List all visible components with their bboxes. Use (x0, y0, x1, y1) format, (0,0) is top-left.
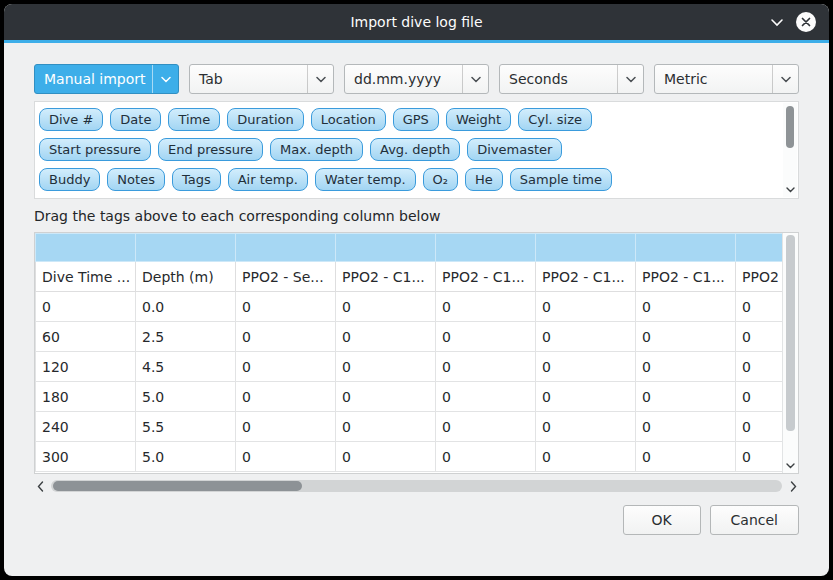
field-separator-combo[interactable]: Tab (189, 64, 334, 94)
field-tag[interactable]: Date (110, 108, 161, 131)
field-tag[interactable]: O₂ (423, 168, 458, 191)
table-cell: 0 (536, 322, 636, 352)
hscroll-track[interactable] (51, 480, 782, 492)
combo-label: Manual import (35, 71, 152, 87)
chevron-down-icon[interactable] (769, 14, 785, 30)
column-drop-target[interactable] (736, 234, 783, 262)
table-cell: 0 (236, 442, 336, 472)
field-tag[interactable]: End pressure (158, 138, 263, 161)
column-drop-target[interactable] (436, 234, 536, 262)
duration-units-combo[interactable]: Seconds (499, 64, 644, 94)
field-tag[interactable]: Notes (107, 168, 165, 191)
tag-row: Sample depthSample temperatureSample pO₂… (39, 198, 774, 199)
titlebar-accent (4, 40, 829, 43)
table-row: 2405.5000000 (36, 412, 783, 442)
table-horizontal-scrollbar[interactable] (34, 478, 799, 494)
import-preview-table-area: Dive Time ...Depth (m)PPO2 - Se...PPO2 -… (34, 232, 799, 474)
field-tag[interactable]: Weight (446, 108, 511, 131)
import-dialog: Import dive log file Manual import Tab (4, 4, 829, 576)
table-cell: 0 (236, 352, 336, 382)
table-scrollbar-thumb[interactable] (786, 235, 795, 431)
table-cell: 0 (636, 322, 736, 352)
table-cell: 0 (236, 382, 336, 412)
field-tag[interactable]: Air temp. (228, 168, 308, 191)
field-tag[interactable]: Start pressure (39, 138, 151, 161)
field-tag[interactable]: Duration (227, 108, 303, 131)
scroll-right-icon[interactable] (787, 479, 799, 493)
table-vertical-scrollbar[interactable] (782, 233, 798, 473)
close-icon[interactable] (796, 12, 816, 32)
field-tag[interactable]: Sample CNS (422, 198, 522, 199)
field-tag[interactable]: Tags (172, 168, 221, 191)
column-drop-target[interactable] (536, 234, 636, 262)
field-tag[interactable]: He (465, 168, 503, 191)
table-cell: 4.5 (136, 352, 236, 382)
field-tag[interactable]: Sample temperature (157, 198, 312, 199)
field-tag[interactable]: Divemaster (467, 138, 562, 161)
table-cell: 0 (336, 442, 436, 472)
field-tag[interactable]: Cyl. size (518, 108, 592, 131)
column-drop-target[interactable] (136, 234, 236, 262)
table-cell: 0 (736, 382, 783, 412)
table-cell: 5.0 (136, 382, 236, 412)
table-cell: 0 (36, 292, 136, 322)
tags-scrollbar[interactable] (783, 103, 797, 197)
field-tag[interactable]: Sample pO₂ (318, 198, 415, 199)
column-header: PPO2 - Se... (236, 262, 336, 292)
combo-label: Seconds (500, 71, 617, 87)
table-cell: 0 (436, 352, 536, 382)
cancel-button[interactable]: Cancel (710, 505, 799, 535)
table-cell: 240 (36, 412, 136, 442)
field-tag[interactable]: GPS (393, 108, 439, 131)
table-cell: 0 (536, 292, 636, 322)
dialog-content: Manual import Tab dd.mm.yyyy Seconds (4, 64, 829, 535)
ok-button[interactable]: OK (623, 505, 701, 535)
table-cell: 0 (636, 442, 736, 472)
table-cell: 60 (36, 322, 136, 352)
field-tag[interactable]: Dive # (39, 108, 103, 131)
table-cell: 0 (636, 352, 736, 382)
table-cell: 300 (36, 442, 136, 472)
column-header: PPO2 - C1... (636, 262, 736, 292)
dialog-button-row: OK Cancel (34, 505, 799, 535)
units-system-combo[interactable]: Metric (654, 64, 799, 94)
field-tag[interactable]: Location (311, 108, 386, 131)
scroll-down-icon[interactable] (784, 461, 796, 471)
combo-label: Metric (655, 71, 772, 87)
scroll-down-icon[interactable] (784, 185, 796, 195)
field-tag[interactable]: Water temp. (315, 168, 416, 191)
column-header: Depth (m) (136, 262, 236, 292)
column-drop-target[interactable] (236, 234, 336, 262)
tag-row: BuddyNotesTagsAir temp.Water temp.O₂HeSa… (39, 168, 774, 191)
field-tag[interactable]: Max. depth (270, 138, 363, 161)
table-row: 3005.0000000 (36, 442, 783, 472)
table-cell: 0 (736, 412, 783, 442)
date-format-combo[interactable]: dd.mm.yyyy (344, 64, 489, 94)
column-drop-target[interactable] (636, 234, 736, 262)
table-cell: 0 (636, 382, 736, 412)
chevron-down-icon (307, 65, 333, 93)
chevron-down-icon (462, 65, 488, 93)
table-cell: 0 (536, 382, 636, 412)
tag-row: Dive #DateTimeDurationLocationGPSWeightC… (39, 108, 774, 131)
scroll-left-icon[interactable] (34, 479, 46, 493)
titlebar[interactable]: Import dive log file (4, 4, 829, 40)
hscroll-thumb[interactable] (53, 481, 302, 491)
table-cell: 0 (536, 442, 636, 472)
column-header: PPO2 - C1... (536, 262, 636, 292)
column-drop-target[interactable] (336, 234, 436, 262)
table-cell: 0 (436, 292, 536, 322)
table-cell: 0 (336, 292, 436, 322)
table-cell: 0 (436, 322, 536, 352)
table-row: 00.0000000 (36, 292, 783, 322)
field-tag[interactable]: Sample depth (39, 198, 150, 199)
field-tag[interactable]: Avg. depth (370, 138, 460, 161)
table-row: 1204.5000000 (36, 352, 783, 382)
tags-scrollbar-thumb[interactable] (786, 106, 794, 148)
field-tag[interactable]: Time (168, 108, 220, 131)
import-type-combo[interactable]: Manual import (34, 64, 179, 94)
column-drop-target[interactable] (36, 234, 136, 262)
field-tag[interactable]: Buddy (39, 168, 100, 191)
table-cell: 0 (436, 382, 536, 412)
field-tag[interactable]: Sample time (510, 168, 612, 191)
